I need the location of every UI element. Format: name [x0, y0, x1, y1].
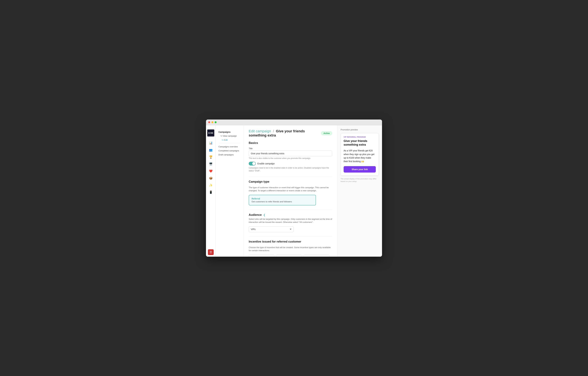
preview-card: VIP REFERRAL PROGRAM Give your friends s…	[341, 133, 379, 176]
page-header: Edit campaign / Give your friends someth…	[249, 129, 332, 137]
audience-select[interactable]: All customers VIPs New customers Returni…	[249, 226, 294, 232]
sidebar-item-people[interactable]: 👥	[208, 147, 214, 153]
title-input[interactable]	[249, 151, 332, 156]
incentive-section: Incentive issued for referred customer C…	[249, 240, 332, 257]
sidebar-item-completed-campaigns[interactable]: Completed campaigns	[217, 149, 242, 153]
preview-footnote: The actual display of this promotion may…	[341, 177, 379, 183]
preview-heading: Give your friends something extra	[344, 139, 376, 147]
page-title: Edit campaign / Give your friends someth…	[249, 129, 321, 137]
nav-text: Campaigns ↪ View campaign ↪ Edit Campaig…	[216, 125, 244, 257]
toggle-row: Enable campaign	[249, 162, 332, 166]
campaign-type-title: Campaign type	[249, 180, 332, 183]
preview-body: As a VIP your friends get €20 when they …	[344, 149, 376, 163]
titlebar	[206, 120, 382, 125]
incentive-desc: Choose the type of incentive that will b…	[249, 246, 332, 252]
preview-tag: VIP REFERRAL PROGRAM	[344, 136, 376, 138]
sidebar-item-phone[interactable]: 📱	[208, 189, 214, 195]
sidebar-nav-title: Campaigns	[217, 129, 242, 134]
icon-sidebar: ACME 📊 👥 🏆 🖥️ ❤️ 📦 ✨ 📱 ☰	[206, 125, 216, 257]
title-label: Title	[249, 147, 332, 150]
sidebar-item-heart[interactable]: ❤️	[208, 168, 214, 174]
toggle-label: Enable campaign	[257, 162, 275, 165]
sidebar-item-chart[interactable]: 📊	[208, 140, 214, 146]
breadcrumb-link[interactable]: Edit campaign	[249, 129, 271, 133]
audience-section: Audience ❮ Select who will be targeted b…	[249, 213, 332, 232]
audience-title: Audience	[249, 213, 262, 217]
status-badge: Active	[321, 131, 332, 135]
sidebar-item-campaigns-overview[interactable]: Campaigns overview	[217, 145, 242, 149]
divider-3	[249, 237, 332, 237]
close-button[interactable]	[208, 121, 210, 123]
campaign-type-card-referral[interactable]: Referral Get customers to refer friends …	[249, 195, 316, 205]
sidebar-item-menu[interactable]: ☰	[208, 249, 214, 255]
app-body: ACME 📊 👥 🏆 🖥️ ❤️ 📦 ✨ 📱 ☰ Campaigns ↪ Vie	[206, 125, 382, 257]
incentive-card-percentage[interactable]: ❤️% Percentagevoucher	[304, 255, 329, 257]
main-content: Edit campaign / Give your friends someth…	[244, 125, 337, 257]
left-panel: ACME 📊 👥 🏆 🖥️ ❤️ 📦 ✨ 📱 ☰ Campaigns ↪ Vie	[206, 125, 244, 257]
sidebar-item-draft-campaigns[interactable]: Draft campaigns	[217, 153, 242, 157]
audience-collapse-button[interactable]: ❮	[263, 213, 265, 216]
campaign-type-type-desc: Get customers to refer friends and follo…	[252, 200, 313, 203]
audience-header-row: Audience ❮	[249, 213, 332, 217]
toggle-knob	[252, 162, 255, 165]
incentive-cards-row: ❤️$ Monetaryvoucher ❤️🎁 Perkvoucher ❤️%	[249, 255, 332, 257]
right-panel: Promotion preview VIP REFERRAL PROGRAM G…	[337, 125, 382, 257]
sidebar-item-box[interactable]: 📦	[208, 175, 214, 181]
sidebar-item-star[interactable]: ✨	[208, 182, 214, 188]
title-hint: This text is also visible to the custome…	[249, 157, 332, 159]
toggle-hint: Campaigns need to be in the enabled stat…	[249, 166, 332, 172]
campaign-type-name: Referral	[252, 197, 313, 200]
incentive-card-monetary[interactable]: ❤️$ Monetaryvoucher	[249, 255, 274, 257]
campaign-type-desc: The type of customer interaction or even…	[249, 186, 332, 192]
campaign-type-section: Campaign type The type of customer inter…	[249, 180, 332, 205]
basics-section-title: Basics	[249, 141, 332, 145]
breadcrumb-separator: /	[273, 129, 274, 133]
sidebar-item-trophy[interactable]: 🏆	[208, 154, 214, 160]
sidebar-item-edit[interactable]: ↪ Edit	[217, 138, 242, 142]
maximize-button[interactable]	[215, 121, 217, 123]
app-logo: ACME	[207, 129, 214, 136]
incentive-card-perk[interactable]: ❤️🎁 Perkvoucher	[276, 255, 302, 257]
divider-2	[249, 210, 332, 210]
minimize-button[interactable]	[211, 121, 213, 123]
app-window: ACME 📊 👥 🏆 🖥️ ❤️ 📦 ✨ 📱 ☰ Campaigns ↪ Vie	[206, 120, 382, 257]
enable-campaign-toggle[interactable]	[249, 162, 256, 166]
preview-cta-button[interactable]: Share your link	[344, 166, 376, 173]
audience-desc: Select who will be targeted by this camp…	[249, 218, 332, 224]
basics-section: Basics Title This text is also visible t…	[249, 141, 332, 172]
preview-section-title: Promotion preview	[341, 129, 379, 131]
sidebar-item-view-campaign[interactable]: ↪ View campaign	[217, 134, 242, 138]
sidebar-item-screen[interactable]: 🖥️	[208, 161, 214, 167]
incentive-title: Incentive issued for referred customer	[249, 240, 332, 243]
